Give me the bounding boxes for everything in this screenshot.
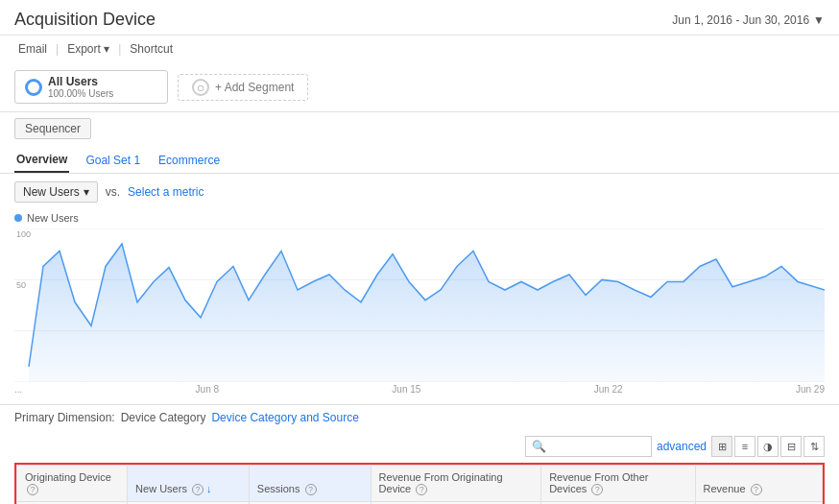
pivot-view-icon[interactable]: ⊟: [780, 436, 802, 457]
date-range-text: Jun 1, 2016 - Jun 30, 2016: [672, 13, 809, 27]
chart-container: 100 50: [14, 228, 825, 382]
add-segment-label: + Add Segment: [215, 81, 294, 94]
sort-icon: ↓: [206, 483, 212, 494]
x-axis-labels: ... Jun 8 Jun 15 Jun 22 Jun 29: [14, 382, 825, 395]
x-label-jun22: Jun 22: [594, 384, 623, 395]
segments-bar: All Users 100.00% Users ○ + Add Segment: [0, 62, 839, 112]
advanced-link[interactable]: advanced: [657, 440, 707, 453]
x-label-start: ...: [14, 384, 22, 395]
table-controls: 🔍 advanced ⊞ ≡ ◑ ⊟ ⇅: [14, 430, 825, 463]
page-header: Acquisition Device Jun 1, 2016 - Jun 30,…: [0, 0, 839, 36]
th-rev-other: Revenue From Other Devices ?: [541, 466, 695, 502]
dimension-link[interactable]: Device Category and Source: [211, 411, 358, 424]
search-box[interactable]: 🔍: [525, 436, 652, 457]
dimension-current: Device Category: [121, 411, 206, 424]
legend-label: New Users: [27, 212, 79, 224]
table-section: 🔍 advanced ⊞ ≡ ◑ ⊟ ⇅ Originating Device …: [0, 430, 839, 504]
date-range: Jun 1, 2016 - Jun 30, 2016 ▼: [672, 13, 825, 27]
compare-view-icon[interactable]: ⇅: [803, 436, 825, 457]
vs-label: vs.: [106, 185, 120, 199]
dimension-bar: Primary Dimension: Device Category Devic…: [0, 404, 839, 430]
segment-circle-icon: [25, 79, 42, 96]
list-view-icon[interactable]: ≡: [734, 436, 755, 457]
th-sessions: Sessions ?: [249, 466, 371, 502]
add-segment-button[interactable]: ○ + Add Segment: [178, 74, 308, 101]
toolbar: Email | Export ▾ | Shortcut: [0, 36, 839, 62]
grid-view-icon[interactable]: ⊞: [711, 436, 732, 457]
help-icon-rev-other[interactable]: ?: [591, 484, 603, 495]
x-label-jun8: Jun 8: [196, 384, 219, 395]
x-label-jun29: Jun 29: [796, 384, 825, 395]
email-button[interactable]: Email: [14, 40, 51, 58]
date-dropdown-icon[interactable]: ▼: [813, 13, 825, 27]
th-device: Originating Device ?: [17, 466, 128, 502]
x-label-jun15: Jun 15: [392, 384, 420, 395]
segment-label: All Users: [48, 75, 113, 88]
search-icon: 🔍: [532, 440, 546, 453]
dimension-label: Primary Dimension:: [14, 411, 115, 424]
sequencer-bar: Sequencer: [0, 112, 839, 145]
shortcut-button[interactable]: Shortcut: [126, 40, 177, 58]
tab-overview[interactable]: Overview: [14, 149, 69, 173]
help-icon-sessions[interactable]: ?: [305, 484, 317, 495]
tabs-bar: Overview Goal Set 1 Ecommerce: [0, 145, 839, 174]
help-icon-revenue[interactable]: ?: [751, 484, 762, 495]
metric-dropdown-arrow: ▾: [84, 185, 89, 199]
metric-label: New Users: [23, 185, 80, 199]
line-chart: 100 50: [14, 228, 825, 382]
sequencer-button[interactable]: Sequencer: [14, 118, 91, 139]
help-icon-new-users[interactable]: ?: [192, 484, 204, 495]
all-users-segment[interactable]: All Users 100.00% Users: [14, 70, 168, 104]
svg-text:50: 50: [16, 280, 26, 290]
metric-selector: New Users ▾ vs. Select a metric: [0, 174, 839, 210]
th-new-users: New Users ? ↓: [128, 466, 250, 502]
search-input[interactable]: [549, 441, 645, 452]
page-title: Acquisition Device: [14, 10, 156, 30]
tab-ecommerce[interactable]: Ecommerce: [156, 150, 222, 172]
legend-dot-icon: [14, 214, 22, 222]
table-wrapper: Originating Device ? New Users ? ↓ Sessi…: [14, 463, 825, 504]
th-revenue: Revenue ?: [695, 466, 822, 502]
table-header-row: Originating Device ? New Users ? ↓ Sessi…: [17, 466, 823, 502]
help-icon-rev-orig[interactable]: ?: [416, 484, 427, 495]
metric-dropdown[interactable]: New Users ▾: [14, 181, 98, 203]
segment-sub: 100.00% Users: [48, 88, 113, 99]
data-table: Originating Device ? New Users ? ↓ Sessi…: [16, 465, 823, 504]
th-rev-orig: Revenue From Originating Device ?: [371, 466, 541, 502]
chart-view-icon[interactable]: ◑: [757, 436, 779, 457]
export-button[interactable]: Export ▾: [63, 40, 113, 58]
select-metric-link[interactable]: Select a metric: [128, 185, 204, 199]
help-icon[interactable]: ?: [27, 484, 38, 495]
view-icons: ⊞ ≡ ◑ ⊟ ⇅: [711, 436, 825, 457]
chart-area: New Users 100 50 ... Jun: [0, 210, 839, 404]
chart-legend: New Users: [14, 210, 825, 228]
tab-goal-set-1[interactable]: Goal Set 1: [84, 150, 142, 172]
add-segment-icon: ○: [192, 79, 209, 96]
svg-text:100: 100: [16, 228, 31, 238]
